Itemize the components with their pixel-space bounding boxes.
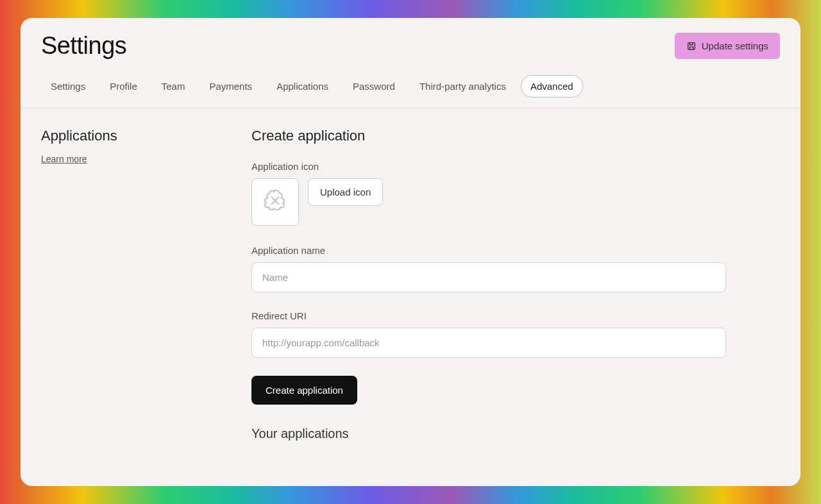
redirect-uri-input[interactable] [251,328,726,358]
update-settings-label: Update settings [702,40,768,51]
header: Settings Update settings [21,18,800,66]
main: Create application Application icon Uplo… [251,128,780,486]
settings-window: Settings Update settings Settings Profil… [21,18,800,486]
tab-third-party-analytics[interactable]: Third-party analytics [410,75,516,97]
your-applications-title: Your applications [251,426,780,441]
tab-profile[interactable]: Profile [100,75,147,97]
tab-advanced[interactable]: Advanced [521,75,583,97]
content: Applications Learn more Create applicati… [21,108,800,486]
tab-applications[interactable]: Applications [267,75,338,97]
create-app-title: Create application [251,128,780,144]
svg-rect-1 [690,47,693,49]
tab-password[interactable]: Password [343,75,405,97]
svg-rect-0 [688,42,695,49]
sidebar: Applications Learn more [41,128,251,486]
update-settings-button[interactable]: Update settings [675,33,780,59]
tab-team[interactable]: Team [152,75,195,97]
save-icon [686,41,697,51]
icon-row: Upload icon [251,178,780,226]
tab-payments[interactable]: Payments [199,75,262,97]
tabs: Settings Profile Team Payments Applicati… [21,66,800,108]
create-application-button[interactable]: Create application [251,376,357,405]
app-name-input[interactable] [251,262,726,292]
page-title: Settings [41,32,126,60]
redirect-uri-label: Redirect URI [251,310,780,321]
app-icon-preview [251,178,299,226]
learn-more-link[interactable]: Learn more [41,154,87,164]
app-icon-label: Application icon [251,161,780,172]
app-placeholder-icon [261,187,289,217]
sidebar-title: Applications [41,128,251,144]
app-name-label: Application name [251,245,780,256]
upload-icon-button[interactable]: Upload icon [308,178,383,206]
tab-settings[interactable]: Settings [41,75,95,97]
